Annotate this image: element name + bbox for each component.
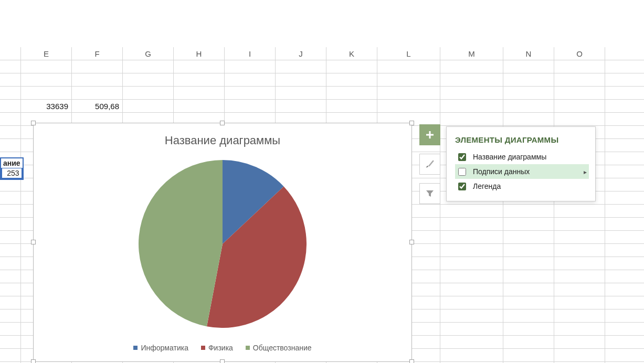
cell-N13[interactable]: [503, 218, 554, 230]
cell-N21[interactable]: [503, 323, 554, 335]
cell-M14[interactable]: [440, 231, 503, 243]
cell-M1[interactable]: [440, 60, 503, 73]
resize-handle-ne[interactable]: [409, 121, 414, 125]
chart-element-option[interactable]: Название диаграммы: [455, 150, 589, 164]
cell-K2[interactable]: [326, 73, 377, 86]
cell-N4[interactable]: [503, 100, 554, 112]
column-header-N[interactable]: N: [503, 47, 554, 60]
cell-I1[interactable]: [225, 60, 276, 73]
cell-O3[interactable]: [554, 87, 605, 99]
cell-J1[interactable]: [276, 60, 326, 73]
cell-N1[interactable]: [503, 60, 554, 73]
cell-I3[interactable]: [225, 87, 276, 99]
cell-N14[interactable]: [503, 231, 554, 243]
column-header-M[interactable]: M: [440, 47, 503, 60]
column-header-L[interactable]: L: [377, 47, 440, 60]
cell-O16[interactable]: [554, 257, 605, 270]
legend-item[interactable]: Обществознание: [246, 344, 312, 352]
cell-O1[interactable]: [554, 60, 605, 73]
cell-O2[interactable]: [554, 73, 605, 86]
chart-element-checkbox[interactable]: [458, 183, 466, 190]
cell-M19[interactable]: [440, 296, 503, 309]
cell-M3[interactable]: [440, 87, 503, 99]
cell-M23[interactable]: [440, 349, 503, 361]
cell-E4[interactable]: 33639: [21, 100, 72, 112]
cell-M4[interactable]: [440, 100, 503, 112]
column-header-G[interactable]: G: [123, 47, 174, 60]
pie-chart[interactable]: [139, 160, 307, 328]
cell-M2[interactable]: [440, 73, 503, 86]
legend-item[interactable]: Информатика: [133, 344, 188, 352]
cell-K4[interactable]: [326, 100, 377, 112]
cell-O14[interactable]: [554, 231, 605, 243]
chart-styles-button[interactable]: [419, 154, 440, 175]
cell-O20[interactable]: [554, 309, 605, 322]
cell-N15[interactable]: [503, 244, 554, 257]
resize-handle-nw[interactable]: [31, 121, 36, 125]
column-header-J[interactable]: J: [276, 47, 326, 60]
cell-E1[interactable]: [21, 60, 72, 73]
cell-N19[interactable]: [503, 296, 554, 309]
pie-slice[interactable]: [139, 160, 223, 326]
cell-I4[interactable]: [225, 100, 276, 112]
chart-legend[interactable]: ИнформатикаФизикаОбществознание: [34, 344, 411, 352]
cell-M16[interactable]: [440, 257, 503, 270]
cell-E3[interactable]: [21, 87, 72, 99]
cell-O15[interactable]: [554, 244, 605, 257]
chart-element-checkbox[interactable]: [458, 168, 466, 176]
cell-N12[interactable]: [503, 205, 554, 217]
resize-handle-s[interactable]: [220, 359, 225, 363]
column-header-F[interactable]: F: [72, 47, 123, 60]
cell-N17[interactable]: [503, 270, 554, 283]
cell-N16[interactable]: [503, 257, 554, 270]
column-header-O[interactable]: O: [554, 47, 605, 60]
column-header-K[interactable]: K: [326, 47, 377, 60]
cell-M5[interactable]: [440, 113, 503, 125]
chart-filters-button[interactable]: [419, 183, 440, 204]
chart-object[interactable]: Название диаграммы ИнформатикаФизикаОбще…: [33, 123, 412, 362]
column-header-H[interactable]: H: [174, 47, 225, 60]
cell-M17[interactable]: [440, 270, 503, 283]
cell-M18[interactable]: [440, 283, 503, 296]
cell-M12[interactable]: [440, 205, 503, 217]
cell-G2[interactable]: [123, 73, 174, 86]
column-header-E[interactable]: E: [21, 47, 72, 60]
cell-O12[interactable]: [554, 205, 605, 217]
cell-N5[interactable]: [503, 113, 554, 125]
resize-handle-e[interactable]: [409, 240, 414, 244]
cell-L4[interactable]: [377, 100, 440, 112]
cell-H3[interactable]: [174, 87, 225, 99]
resize-handle-sw[interactable]: [31, 359, 36, 363]
cell-H4[interactable]: [174, 100, 225, 112]
cell-F3[interactable]: [72, 87, 123, 99]
column-header-I[interactable]: I: [225, 47, 276, 60]
cell-G4[interactable]: [123, 100, 174, 112]
chart-title[interactable]: Название диаграммы: [34, 134, 411, 147]
cell-O21[interactable]: [554, 323, 605, 335]
cell-L2[interactable]: [377, 73, 440, 86]
resize-handle-se[interactable]: [409, 359, 414, 363]
cell-M20[interactable]: [440, 309, 503, 322]
cell-H1[interactable]: [174, 60, 225, 73]
cell-N23[interactable]: [503, 349, 554, 361]
cell-M13[interactable]: [440, 218, 503, 230]
cell-F1[interactable]: [72, 60, 123, 73]
cell-O13[interactable]: [554, 218, 605, 230]
cell-O23[interactable]: [554, 349, 605, 361]
cell-K3[interactable]: [326, 87, 377, 99]
chart-elements-button[interactable]: [419, 124, 440, 145]
cell-N18[interactable]: [503, 283, 554, 296]
cell-L1[interactable]: [377, 60, 440, 73]
chart-element-option[interactable]: Подписи данных▸: [455, 164, 589, 179]
cell-J4[interactable]: [276, 100, 326, 112]
cell-O4[interactable]: [554, 100, 605, 112]
resize-handle-w[interactable]: [31, 240, 36, 244]
cell-N3[interactable]: [503, 87, 554, 99]
cell-E2[interactable]: [21, 73, 72, 86]
cell-M21[interactable]: [440, 323, 503, 335]
resize-handle-n[interactable]: [220, 121, 225, 125]
cell-O17[interactable]: [554, 270, 605, 283]
chart-element-option[interactable]: Легенда: [455, 179, 589, 194]
legend-item[interactable]: Физика: [201, 344, 233, 352]
cell-M15[interactable]: [440, 244, 503, 257]
